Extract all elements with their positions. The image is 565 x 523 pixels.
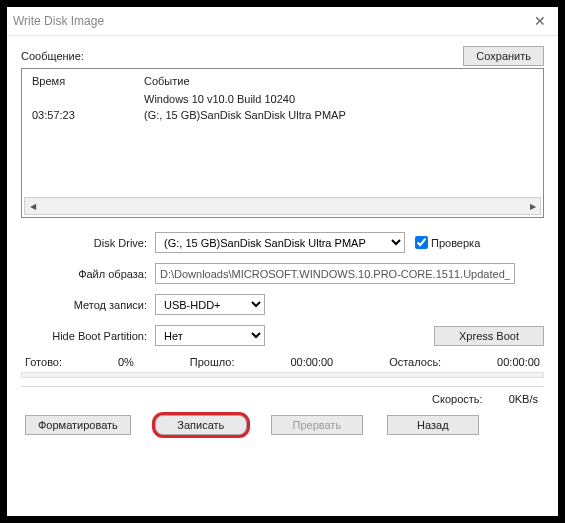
remain-label: Осталось: — [389, 356, 441, 368]
verify-checkbox[interactable]: Проверка — [415, 236, 480, 249]
verify-checkbox-input[interactable] — [415, 236, 428, 249]
titlebar: Write Disk Image ✕ — [7, 7, 558, 36]
disk-drive-label: Disk Drive: — [21, 237, 155, 249]
xpress-boot-button[interactable]: Xpress Boot — [434, 326, 544, 346]
log-row: 03:57:23(G:, 15 GB)SanDisk SanDisk Ultra… — [26, 107, 539, 123]
col-time: Время — [26, 75, 138, 91]
speed-label: Скорость: — [432, 393, 483, 405]
ready-value: 0% — [118, 356, 134, 368]
disk-drive-select[interactable]: (G:, 15 GB)SanDisk SanDisk Ultra PMAP — [155, 232, 405, 253]
speed-value: 0KB/s — [509, 393, 538, 405]
abort-button: Прервать — [271, 415, 363, 435]
save-button[interactable]: Сохранить — [463, 46, 544, 66]
hide-boot-select[interactable]: Нет — [155, 325, 265, 346]
content: Сообщение: Сохранить Время Событие Windo… — [7, 36, 558, 516]
close-icon[interactable]: ✕ — [528, 13, 552, 29]
progress-bar — [21, 372, 544, 378]
hide-boot-label: Hide Boot Partition: — [21, 330, 155, 342]
col-event: Событие — [138, 75, 539, 91]
write-method-label: Метод записи: — [21, 299, 155, 311]
back-button[interactable]: Назад — [387, 415, 479, 435]
image-file-field[interactable] — [155, 263, 515, 284]
scroll-right-icon[interactable]: ▶ — [525, 199, 540, 213]
ready-label: Готово: — [25, 356, 62, 368]
message-label: Сообщение: — [21, 50, 84, 62]
scroll-left-icon[interactable]: ◀ — [25, 199, 40, 213]
log-listbox[interactable]: Время Событие Windows 10 v10.0 Build 102… — [21, 68, 544, 218]
remain-value: 00:00:00 — [497, 356, 540, 368]
window-title: Write Disk Image — [13, 14, 104, 28]
elapsed-value: 00:00:00 — [290, 356, 333, 368]
elapsed-label: Прошло: — [190, 356, 235, 368]
image-file-label: Файл образа: — [21, 268, 155, 280]
write-method-select[interactable]: USB-HDD+ — [155, 294, 265, 315]
log-row: Windows 10 v10.0 Build 10240 — [26, 91, 539, 107]
horizontal-scrollbar[interactable]: ◀ ▶ — [24, 197, 541, 215]
window: Write Disk Image ✕ Сообщение: Сохранить … — [7, 7, 558, 516]
format-button[interactable]: Форматировать — [25, 415, 131, 435]
write-button[interactable]: Записать — [155, 415, 247, 435]
divider — [21, 386, 544, 387]
